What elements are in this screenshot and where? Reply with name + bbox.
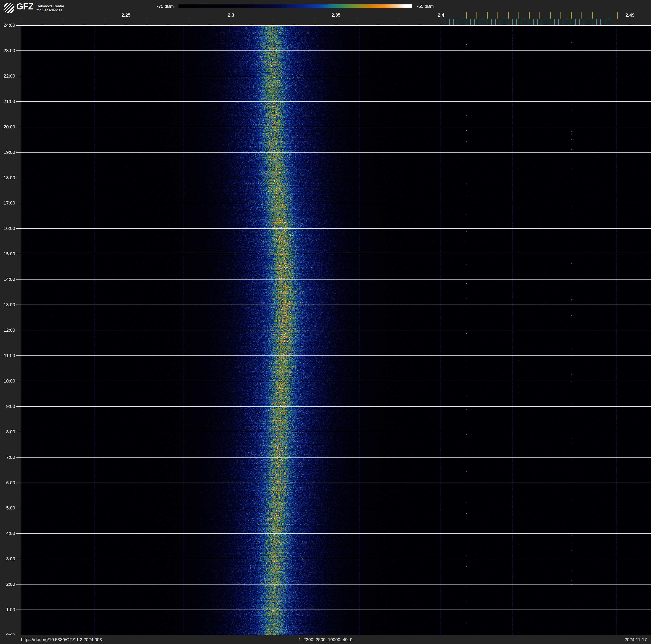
- ble-channel-tick: [478, 19, 479, 25]
- frequency-major-tick: [399, 19, 399, 25]
- gfz-logo-icon: [4, 3, 14, 13]
- time-axis-tick: [17, 178, 21, 178]
- ble-channel-tick: [483, 19, 483, 25]
- time-axis-label: 13:00: [0, 302, 15, 308]
- ble-channel-tick: [454, 19, 454, 25]
- frequency-major-tick: [630, 19, 630, 25]
- frequency-major-tick: [21, 19, 21, 25]
- ble-channel-tick: [579, 19, 580, 25]
- time-axis-tick: [17, 533, 21, 534]
- time-axis-tick: [17, 304, 21, 305]
- hour-gridline: [21, 432, 651, 432]
- time-axis-label: 24:00: [0, 23, 15, 28]
- ble-channel-tick: [462, 19, 462, 25]
- ble-channel-tick: [521, 19, 521, 25]
- frequency-axis-label: 2.4: [438, 12, 444, 18]
- spectrogram-viewer: GFZ Helmholtz Centre for Geosciences -75…: [0, 0, 651, 644]
- frequency-major-tick: [315, 19, 315, 25]
- time-axis-label: 3:00: [0, 556, 15, 562]
- hour-gridline: [21, 406, 651, 407]
- frequency-major-tick: [63, 19, 63, 25]
- hour-gridline: [21, 76, 651, 76]
- ble-channel-tick: [474, 19, 475, 25]
- hour-gridline: [21, 508, 651, 508]
- hour-gridline: [21, 584, 651, 585]
- gfz-logo-brand: GFZ: [17, 2, 33, 11]
- ble-channel-tick: [571, 19, 571, 25]
- hour-gridline: [21, 279, 651, 280]
- wifi-channel-tick: [529, 12, 530, 19]
- header-bar: GFZ Helmholtz Centre for Geosciences -75…: [0, 0, 651, 25]
- frequency-major-tick: [147, 19, 147, 25]
- hour-gridline: [21, 381, 651, 381]
- footer-bar: https://doi.org/10.5880/GFZ.1.2.2024.003…: [0, 635, 651, 644]
- ble-channel-tick: [537, 19, 538, 25]
- gfz-logo-subtitle: Helmholtz Centre for Geosciences: [36, 4, 64, 12]
- ble-channel-tick: [491, 19, 492, 25]
- time-axis-label: 18:00: [0, 175, 15, 180]
- gfz-logo-subtitle-line2: for Geosciences: [36, 8, 64, 12]
- time-axis-label: 5:00: [0, 505, 15, 511]
- ble-channel-tick: [470, 19, 471, 25]
- wifi-channel-tick: [508, 12, 508, 19]
- ble-channel-tick: [546, 19, 546, 25]
- time-axis-tick: [17, 457, 21, 458]
- ble-channel-tick: [609, 19, 609, 25]
- ble-channel-tick: [495, 19, 496, 25]
- gfz-logo-subtitle-line1: Helmholtz Centre: [36, 4, 64, 8]
- time-axis-label: 12:00: [0, 327, 15, 333]
- wifi-channel-tick: [466, 12, 467, 19]
- hour-gridline: [21, 355, 651, 356]
- time-axis-label: 22:00: [0, 74, 15, 79]
- time-axis-tick: [17, 203, 21, 203]
- frequency-major-tick: [336, 19, 336, 25]
- plot-border-line: [17, 25, 651, 26]
- frequency-major-tick: [84, 19, 84, 25]
- ble-channel-tick: [525, 19, 525, 25]
- time-axis-label: 20:00: [0, 124, 15, 130]
- frequency-major-tick: [189, 19, 189, 25]
- frequency-major-tick: [42, 19, 42, 25]
- frequency-major-tick: [357, 19, 357, 25]
- hour-gridline: [21, 228, 651, 229]
- time-axis-label: 14:00: [0, 276, 15, 282]
- ble-channel-tick: [558, 19, 559, 25]
- frequency-major-tick: [126, 19, 126, 25]
- wifi-channel-tick: [519, 12, 519, 19]
- ble-channel-tick: [487, 19, 488, 25]
- hour-gridline: [21, 559, 651, 559]
- time-axis-tick: [17, 610, 21, 610]
- time-axis-tick: [17, 508, 21, 508]
- time-axis-tick: [17, 330, 21, 330]
- frequency-axis-label: 2.25: [122, 12, 131, 18]
- colorbar-gradient: [179, 4, 412, 8]
- ble-channel-tick: [504, 19, 504, 25]
- time-axis-tick: [17, 254, 21, 254]
- hour-gridline: [21, 610, 651, 610]
- frequency-major-tick: [210, 19, 210, 25]
- hour-gridline: [21, 101, 651, 102]
- wifi-channel-tick: [582, 12, 582, 19]
- ble-channel-tick: [533, 19, 534, 25]
- ble-channel-tick: [445, 19, 445, 25]
- time-axis-label: 1:00: [0, 607, 15, 612]
- wifi-channel-tick: [539, 12, 540, 19]
- hour-gridline: [21, 127, 651, 127]
- ble-channel-tick: [512, 19, 513, 25]
- time-axis-label: 8:00: [0, 429, 15, 435]
- ble-channel-tick: [584, 19, 584, 25]
- wifi-channel-tick: [571, 12, 571, 19]
- hour-gridline: [21, 178, 651, 178]
- hour-gridline: [21, 457, 651, 458]
- time-axis-label: 21:00: [0, 99, 15, 104]
- time-axis-tick: [17, 559, 21, 559]
- hour-gridline: [21, 304, 651, 305]
- hour-gridline: [21, 152, 651, 153]
- frequency-axis-label: 2.3: [228, 12, 235, 18]
- ble-channel-tick: [588, 19, 588, 25]
- hour-gridline: [21, 533, 651, 534]
- ble-channel-tick: [600, 19, 601, 25]
- time-axis-tick: [17, 279, 21, 280]
- time-axis-label: 19:00: [0, 150, 15, 155]
- hour-gridline: [21, 254, 651, 254]
